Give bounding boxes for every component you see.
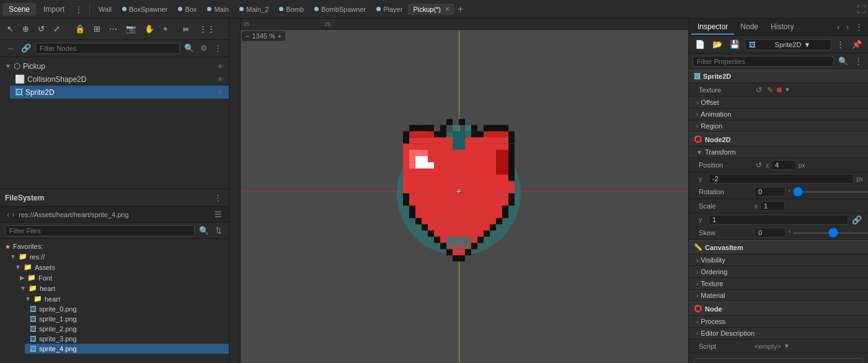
- file-favorites[interactable]: ★ Favorites:: [0, 241, 229, 251]
- scene-tree-link-btn[interactable]: 🔗: [19, 42, 33, 54]
- rotation-input[interactable]: [755, 187, 786, 197]
- filesystem-layout-btn[interactable]: ☰: [213, 208, 224, 220]
- tab-pickup-close[interactable]: ✕: [445, 6, 450, 12]
- insp-file-btn[interactable]: 📄: [693, 38, 707, 50]
- script-dropdown-arrow[interactable]: ▼: [784, 343, 790, 349]
- file-sprite3[interactable]: 🖼 sprite_3.png: [25, 334, 229, 344]
- zoom-minus-btn[interactable]: −: [246, 32, 249, 40]
- tree-node-pickup[interactable]: ▼ ⬡ Pickup 👁: [0, 60, 229, 73]
- file-heart-child[interactable]: ▼ 📁 heart: [20, 294, 229, 304]
- file-res[interactable]: ▼ 📁 res://: [5, 251, 229, 262]
- rotate-tool-btn[interactable]: ↺: [35, 22, 48, 36]
- scale-y-input[interactable]: [709, 215, 848, 225]
- tab-scene[interactable]: Scene: [2, 3, 36, 16]
- pan-btn[interactable]: ✋: [141, 22, 157, 36]
- pos-x-input[interactable]: [771, 160, 796, 170]
- texture-dropdown-arrow[interactable]: ▼: [784, 86, 790, 93]
- tab-inspector[interactable]: Inspector: [691, 20, 734, 35]
- tab-wall[interactable]: Wall: [94, 4, 117, 15]
- sprite2d-section-header[interactable]: 🖼 Sprite2D: [689, 69, 868, 83]
- inspector-back-btn[interactable]: ‹: [835, 21, 842, 33]
- editor-desc-subsection[interactable]: › Editor Description: [689, 328, 868, 339]
- pickup-eye-icon[interactable]: 👁: [217, 63, 224, 70]
- align-grid-btn[interactable]: ⋮⋮: [196, 22, 218, 36]
- filter-files-input[interactable]: [5, 225, 195, 236]
- position-refresh-btn[interactable]: ↺: [755, 161, 763, 169]
- process-subsection[interactable]: › Process: [689, 316, 868, 328]
- filesystem-filter-sort-btn[interactable]: ⇅: [213, 225, 224, 236]
- tab-bombspawner[interactable]: BombSpawner: [309, 4, 371, 15]
- node2d-section-header[interactable]: ⭕ Node2D: [689, 132, 868, 146]
- insp-pin-btn[interactable]: 📌: [849, 38, 864, 50]
- filter-nodes-settings-btn[interactable]: ⚙: [198, 42, 210, 54]
- tab-bomb[interactable]: Bomb: [274, 4, 309, 15]
- file-sprite0[interactable]: 🖼 sprite_0.png: [25, 304, 229, 314]
- tree-node-sprite2d[interactable]: 🖼 Sprite2D 👁: [10, 86, 229, 99]
- visibility-subsection[interactable]: › Visibility: [689, 254, 868, 266]
- add-metadata-button[interactable]: + Add Metadata: [694, 358, 863, 363]
- file-sprite4[interactable]: 🖼 sprite_4.png: [25, 344, 229, 354]
- move-tool-btn[interactable]: ⊕: [19, 22, 32, 36]
- animation-subsection[interactable]: › Animation: [689, 109, 868, 120]
- filesystem-more-btn[interactable]: ⋮: [212, 192, 224, 204]
- file-sprite2[interactable]: 🖼 sprite_2.png: [25, 324, 229, 334]
- canvas-area[interactable]: -25 25 − 1345 % + +: [229, 19, 688, 363]
- file-sprite1[interactable]: 🖼 sprite_1.png: [25, 314, 229, 324]
- filter-properties-input[interactable]: [693, 56, 834, 67]
- skew-input[interactable]: [755, 228, 786, 238]
- transform-subsection[interactable]: ▼ Transform: [689, 146, 868, 158]
- tab-box[interactable]: Box: [173, 4, 202, 15]
- scene-tab-menu-btn[interactable]: ⋮: [72, 4, 86, 14]
- zoom-plus-btn[interactable]: +: [278, 32, 281, 40]
- tab-player[interactable]: Player: [371, 4, 407, 15]
- tab-history[interactable]: History: [764, 20, 800, 35]
- add-tab-button[interactable]: +: [455, 4, 466, 15]
- canvasitem-section-header[interactable]: ✏️ CanvasItem: [689, 240, 868, 254]
- node-section-header[interactable]: ⭕ Node: [689, 302, 868, 316]
- tab-boxspawner[interactable]: BoxSpawner: [117, 4, 172, 15]
- scale-x-input[interactable]: [760, 201, 785, 211]
- filter-properties-more-btn[interactable]: ⋮: [852, 55, 864, 67]
- tab-main2[interactable]: Main_2: [234, 4, 273, 15]
- skew-slider[interactable]: [793, 232, 868, 234]
- tab-import[interactable]: Import: [37, 3, 71, 16]
- file-font[interactable]: ▶ 📁 Font: [15, 272, 229, 283]
- tab-pickup[interactable]: Pickup(*) ✕: [408, 4, 454, 15]
- filesystem-filter-search-btn[interactable]: 🔍: [197, 225, 211, 236]
- scale-link-btn[interactable]: 🔗: [851, 215, 863, 225]
- offset-subsection[interactable]: › Offset: [689, 97, 868, 109]
- lock-btn[interactable]: 🔒: [72, 22, 88, 36]
- tab-main[interactable]: Main: [202, 4, 234, 15]
- texture-refresh-btn[interactable]: ↺: [755, 86, 763, 94]
- insp-save-btn[interactable]: 💾: [727, 38, 742, 50]
- tab-node[interactable]: Node: [734, 20, 764, 35]
- ordering-subsection[interactable]: › Ordering: [689, 266, 868, 278]
- insp-folder-btn[interactable]: 📂: [710, 38, 725, 50]
- inspector-more-btn[interactable]: ⋮: [852, 21, 866, 33]
- cursor-btn[interactable]: ⌖: [160, 22, 170, 37]
- grid-btn[interactable]: ⊞: [91, 22, 104, 36]
- filter-nodes-input[interactable]: [35, 43, 180, 54]
- material-subsection[interactable]: › Material: [689, 290, 868, 302]
- select-tool-btn[interactable]: ↖: [4, 22, 17, 36]
- insp-settings-btn[interactable]: ⋮: [834, 38, 847, 50]
- region-subsection[interactable]: › Region: [689, 120, 868, 132]
- scale-tool-btn[interactable]: ⤢: [50, 22, 63, 36]
- rotation-slider[interactable]: [793, 191, 868, 193]
- texture-edit-btn[interactable]: ✎: [766, 86, 774, 94]
- inspector-forward-btn[interactable]: ›: [844, 21, 851, 33]
- align-left-btn[interactable]: ⫢: [179, 22, 193, 36]
- filesystem-back-btn[interactable]: ‹ ›: [5, 208, 16, 220]
- scene-tree-back-btn[interactable]: ←: [5, 42, 17, 54]
- fullscreen-button[interactable]: ⛶: [857, 4, 866, 14]
- file-heart-parent[interactable]: ▼ 📁 heart: [15, 283, 229, 294]
- tree-node-collisionshape2d[interactable]: ⬜ CollisionShape2D 👁: [10, 73, 229, 86]
- filter-nodes-search-btn[interactable]: 🔍: [182, 42, 196, 54]
- sprite2d-eye-icon[interactable]: 👁: [217, 89, 224, 96]
- scene-tree-more-btn[interactable]: ⋮: [212, 42, 224, 54]
- component-dropdown[interactable]: 🖼 Sprite2D ▼: [745, 39, 831, 50]
- snap-btn[interactable]: ⋯: [106, 22, 120, 36]
- filter-properties-search-btn[interactable]: 🔍: [836, 55, 850, 67]
- collision-eye-icon[interactable]: 👁: [217, 76, 224, 83]
- canvasitem-texture-subsection[interactable]: › Texture: [689, 278, 868, 290]
